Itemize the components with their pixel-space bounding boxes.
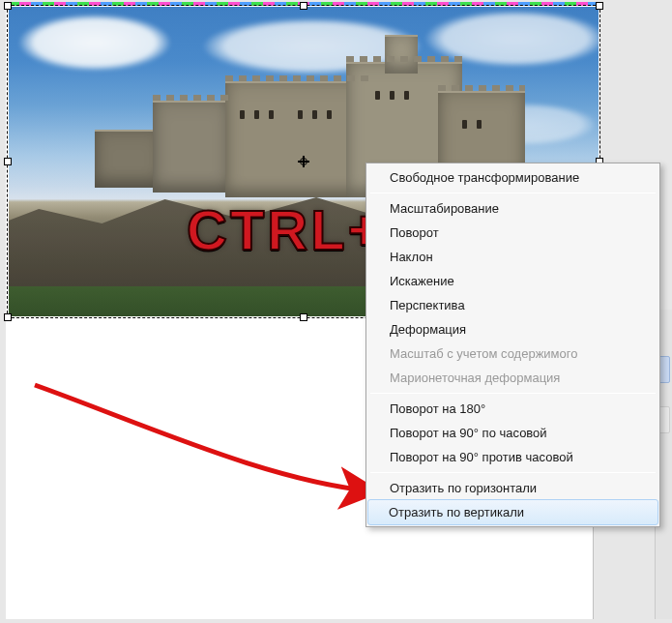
transform-context-menu[interactable]: Свободное трансформированиеМасштабирован…	[365, 163, 660, 527]
menu-separator	[370, 193, 656, 193]
menu-item-flip-horizontal[interactable]: Отразить по горизонтали	[368, 476, 657, 500]
menu-item-content-aware-scale: Масштаб с учетом содержимого	[368, 341, 657, 366]
menu-item-skew[interactable]: Наклон	[368, 245, 657, 269]
menu-item-free-transform[interactable]: Свободное трансформирование	[368, 165, 657, 190]
transform-handle-bl[interactable]	[4, 313, 12, 321]
transform-pivot[interactable]	[298, 156, 309, 167]
menu-item-distort[interactable]: Искажение	[368, 269, 657, 293]
menu-separator	[370, 393, 656, 394]
menu-item-puppet-warp: Марионеточная деформация	[368, 366, 657, 390]
menu-item-scale[interactable]: Масштабирование	[368, 196, 657, 221]
transform-handle-tl[interactable]	[4, 2, 12, 10]
transform-handle-tm[interactable]	[300, 2, 307, 10]
app-background: CTRL+T Свободное трансформированиеМасшта…	[0, 0, 672, 623]
transform-handle-tr[interactable]	[596, 2, 603, 10]
menu-item-rotate-90-ccw[interactable]: Поворот на 90° против часовой	[368, 445, 657, 469]
menu-item-perspective[interactable]: Перспектива	[368, 293, 657, 317]
menu-item-warp[interactable]: Деформация	[368, 317, 657, 341]
menu-item-rotate-180[interactable]: Поворот на 180°	[368, 397, 657, 421]
transform-handle-ml[interactable]	[4, 158, 12, 165]
menu-item-flip-vertical[interactable]: Отразить по вертикали	[367, 499, 658, 525]
menu-item-rotate[interactable]: Поворот	[368, 221, 657, 245]
transform-handle-bm[interactable]	[300, 313, 307, 321]
menu-separator	[370, 472, 656, 473]
menu-item-rotate-90-cw[interactable]: Поворот на 90° по часовой	[368, 421, 657, 445]
